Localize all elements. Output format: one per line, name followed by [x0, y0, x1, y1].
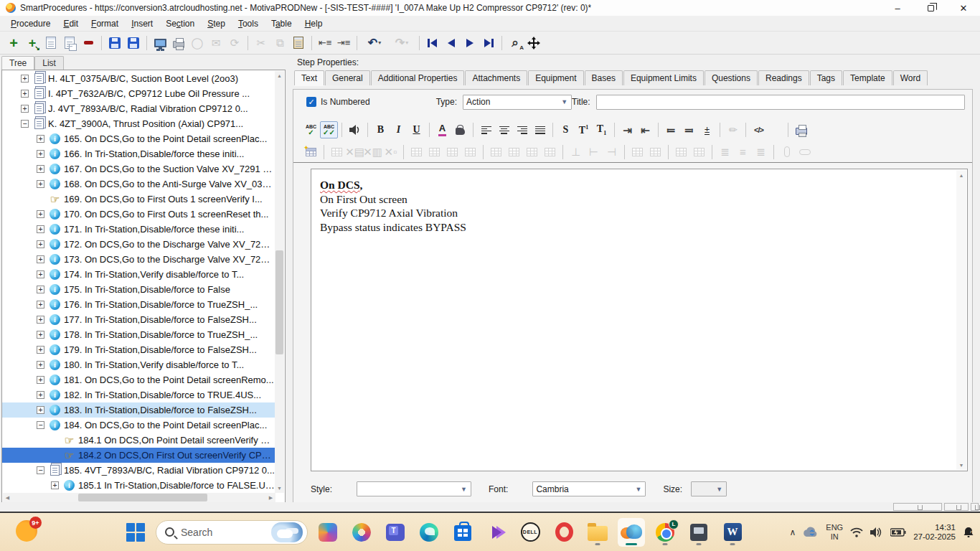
expand-icon[interactable]: +: [37, 406, 44, 414]
tab-word[interactable]: Word: [893, 70, 928, 85]
bullet-list-button[interactable]: ≔: [662, 121, 680, 138]
align-right-button[interactable]: [513, 121, 531, 138]
tree-item[interactable]: ☞184.1 On DCS,On Point Detail screenVeri…: [2, 433, 275, 448]
scroll-thumb[interactable]: [78, 494, 207, 501]
expand-icon[interactable]: +: [37, 301, 44, 309]
tree-item[interactable]: +J. 4VT_7893A/B/C, Radial Vibration CP97…: [2, 101, 275, 116]
style-select[interactable]: ▼: [357, 481, 471, 496]
spellcheck-button[interactable]: ABC✓: [302, 121, 320, 138]
add-step-button[interactable]: +: [4, 34, 23, 52]
previous-step-button[interactable]: [442, 34, 461, 52]
speak-button[interactable]: [346, 121, 364, 138]
highlight-button[interactable]: [451, 121, 469, 138]
start-button[interactable]: [122, 518, 149, 547]
menu-table[interactable]: Table: [265, 17, 298, 31]
tree-item[interactable]: +i178. In Tri-Station,Disable/force to T…: [2, 327, 275, 342]
menu-insert[interactable]: Insert: [125, 17, 159, 31]
save-button[interactable]: [124, 34, 143, 52]
paste-button[interactable]: [289, 34, 308, 52]
scroll-right-icon[interactable]: ▶: [266, 493, 275, 502]
notification-bell-icon[interactable]: z: [963, 527, 974, 538]
menu-procedure[interactable]: Procedure: [4, 17, 57, 31]
taskbar-app-chrome[interactable]: L: [651, 518, 679, 547]
expand-icon[interactable]: +: [37, 240, 44, 248]
title-input[interactable]: [596, 95, 965, 110]
taskbar-app-file-explorer[interactable]: [584, 518, 611, 547]
tree-item[interactable]: +i166. In Tri-Station,Disable/force thes…: [2, 146, 275, 161]
italic-button[interactable]: I: [390, 121, 407, 138]
subscript-button[interactable]: T1: [593, 121, 611, 138]
tab-equipment[interactable]: Equipment: [528, 70, 583, 85]
expand-icon[interactable]: +: [21, 75, 29, 83]
expand-icon[interactable]: +: [37, 286, 44, 293]
language-indicator[interactable]: ENG IN: [826, 523, 843, 542]
tab-equipment-limits[interactable]: Equipment Limits: [623, 70, 704, 85]
expand-icon[interactable]: +: [37, 150, 44, 158]
tree-item[interactable]: +I. 4PT_7632A/B/C, CP9712 Lube Oil Press…: [2, 86, 275, 101]
indent-hanging-button[interactable]: ⇤: [636, 121, 654, 138]
tree-item[interactable]: +i176. In Tri-Station,Disable/force to T…: [2, 297, 275, 312]
taskbar-app-task-view[interactable]: [314, 518, 341, 547]
strikethrough-button[interactable]: S: [557, 121, 575, 138]
collapse-icon[interactable]: −: [37, 466, 44, 474]
tree-item[interactable]: +i172. On DCS,Go to the Discharge Valve …: [2, 237, 275, 252]
scroll-up-icon[interactable]: ▲: [956, 170, 966, 180]
tree-item[interactable]: +i167. On DCS,Go to the Suction Valve XV…: [2, 161, 275, 176]
expand-icon[interactable]: +: [37, 180, 44, 188]
align-center-button[interactable]: [495, 121, 513, 138]
type-select[interactable]: Action ▼: [463, 95, 572, 110]
tree-item[interactable]: +i183. In Tri-Station,Disable/force to F…: [2, 402, 275, 418]
tab-template[interactable]: Template: [843, 70, 892, 85]
insert-table-button[interactable]: [302, 143, 320, 161]
document-properties-button[interactable]: [60, 34, 79, 52]
delete-step-button[interactable]: [79, 34, 98, 52]
menu-step[interactable]: Step: [201, 17, 232, 31]
tab-list[interactable]: List: [34, 56, 64, 70]
taskbar-app-edge[interactable]: [415, 518, 443, 547]
tree-item[interactable]: +i179. In Tri-Station,Disable/force to F…: [2, 342, 275, 357]
indent-first-button[interactable]: ⇥: [618, 121, 636, 138]
expand-icon[interactable]: +: [37, 135, 44, 143]
taskbar-app-remote-desktop[interactable]: [685, 518, 712, 547]
print-button[interactable]: [169, 34, 188, 52]
tray-chevron-up-icon[interactable]: ∧: [790, 527, 796, 537]
save-all-button[interactable]: [105, 34, 124, 52]
collapse-icon[interactable]: −: [21, 120, 29, 128]
tree-item[interactable]: +i171. In Tri-Station,Disable/force thes…: [2, 222, 275, 237]
expand-icon[interactable]: +: [37, 361, 44, 369]
expand-icon[interactable]: +: [37, 270, 44, 278]
expand-icon[interactable]: +: [37, 316, 44, 324]
resize-grip[interactable]: [971, 503, 979, 511]
expand-icon[interactable]: +: [37, 255, 44, 263]
tab-readings[interactable]: Readings: [758, 70, 809, 85]
onedrive-cloud-icon[interactable]: [803, 527, 819, 537]
tab-attachments[interactable]: Attachments: [465, 70, 527, 85]
align-left-button[interactable]: [477, 121, 495, 138]
tree-item[interactable]: ☞184.2 On DCS,On First Out screenVerify …: [2, 448, 275, 463]
maximize-button[interactable]: [914, 0, 947, 16]
tab-questions[interactable]: Questions: [705, 70, 758, 85]
taskbar-app-power-automate[interactable]: [483, 518, 510, 547]
scroll-down-icon[interactable]: ▼: [275, 484, 284, 493]
minimize-button[interactable]: –: [881, 0, 914, 16]
menu-tools[interactable]: Tools: [232, 17, 265, 31]
volume-icon[interactable]: [870, 527, 883, 537]
expand-icon[interactable]: +: [21, 105, 29, 113]
menu-help[interactable]: Help: [298, 17, 329, 31]
tree-item[interactable]: +H. 4LT_0375A/B/C, Suction Boot Level (2…: [2, 71, 275, 86]
taskbar-app-dell[interactable]: DELL: [517, 518, 544, 547]
tree-item[interactable]: −i184. On DCS,Go to the Point Detail scr…: [2, 418, 275, 433]
collapse-icon[interactable]: −: [37, 421, 44, 429]
close-button[interactable]: ✕: [947, 0, 980, 16]
tree-item[interactable]: −K. 4ZT_3900A, Thrust Position (Axial) C…: [2, 116, 275, 131]
justify-button[interactable]: [531, 121, 549, 138]
indent-button[interactable]: ⇥≡: [334, 34, 353, 52]
menu-edit[interactable]: Edit: [57, 17, 85, 31]
new-document-button[interactable]: [42, 34, 60, 52]
plus-minus-button[interactable]: ±: [698, 121, 716, 138]
preview-button[interactable]: [151, 34, 169, 52]
last-step-button[interactable]: [479, 34, 498, 52]
bold-button[interactable]: B: [372, 121, 390, 138]
autocorrect-button[interactable]: ABC✓✓: [320, 121, 338, 138]
tab-bases[interactable]: Bases: [585, 70, 623, 85]
